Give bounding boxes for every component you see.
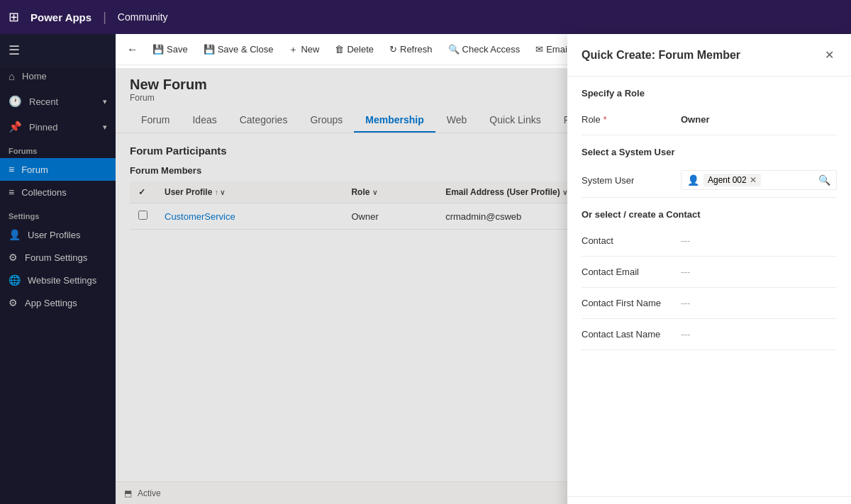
system-user-input[interactable]: 👤 Agent 002 ✕ 🔍 xyxy=(681,170,837,190)
required-indicator: * xyxy=(604,115,607,125)
remove-user-tag-button[interactable]: ✕ xyxy=(750,175,757,185)
waffle-icon[interactable]: ⊞ xyxy=(9,9,19,25)
email-icon: ✉ xyxy=(535,44,543,55)
role-label: Role * xyxy=(582,114,681,125)
search-user-button[interactable]: 🔍 xyxy=(818,174,830,186)
top-navigation: ⊞ Power Apps | Community xyxy=(0,0,851,34)
new-button[interactable]: ＋ New xyxy=(282,39,326,60)
close-button[interactable]: ✕ xyxy=(822,45,837,65)
app-name: Power Apps xyxy=(30,11,91,23)
system-user-field: System User 👤 Agent 002 ✕ 🔍 xyxy=(582,163,837,198)
contact-firstname-value: --- xyxy=(681,298,837,308)
contact-email-value: --- xyxy=(681,267,837,277)
quick-create-panel: Quick Create: Forum Member ✕ Specify a R… xyxy=(567,34,851,504)
quick-create-footer: Save and Close ▾ Cancel xyxy=(567,496,851,504)
contact-email-field: Contact Email --- xyxy=(582,257,837,288)
role-field: Role * Owner xyxy=(582,104,837,135)
save-icon: 💾 xyxy=(152,44,164,55)
quick-create-title: Quick Create: Forum Member xyxy=(582,49,740,62)
contact-lastname-value: --- xyxy=(681,329,837,340)
contact-field: Contact --- xyxy=(582,225,837,257)
role-value: Owner xyxy=(681,114,837,125)
contact-lastname-field: Contact Last Name --- xyxy=(582,319,837,350)
save-button[interactable]: 💾 Save xyxy=(145,40,195,59)
delete-icon: 🗑 xyxy=(335,44,344,55)
contact-email-label: Contact Email xyxy=(582,267,681,277)
user-tag-value: Agent 002 xyxy=(708,175,747,185)
system-user-label: System User xyxy=(582,175,681,186)
nav-divider: | xyxy=(103,10,106,25)
or-contact-title: Or select / create a Contact xyxy=(582,209,837,220)
new-icon: ＋ xyxy=(289,43,298,56)
check-access-icon: 🔍 xyxy=(448,44,460,55)
check-access-button[interactable]: 🔍 Check Access xyxy=(441,40,528,59)
contact-firstname-field: Contact First Name --- xyxy=(582,288,837,319)
nav-section: Community xyxy=(118,11,168,23)
contact-label: Contact xyxy=(582,235,681,246)
save-close-button[interactable]: 💾 Save & Close xyxy=(196,40,281,59)
user-tag: Agent 002 ✕ xyxy=(703,174,761,186)
user-icon: 👤 xyxy=(687,174,699,186)
select-system-user-title: Select a System User xyxy=(582,147,837,157)
save-close-icon: 💾 xyxy=(204,44,215,55)
refresh-button[interactable]: ↻ Refresh xyxy=(382,40,440,59)
contact-value: --- xyxy=(681,235,837,246)
quick-create-header: Quick Create: Forum Member ✕ xyxy=(567,34,851,77)
specify-role-title: Specify a Role xyxy=(582,88,837,99)
delete-button[interactable]: 🗑 Delete xyxy=(328,40,381,59)
dim-overlay xyxy=(0,68,567,504)
contact-firstname-label: Contact First Name xyxy=(582,298,681,308)
refresh-icon: ↻ xyxy=(389,44,397,55)
quick-create-body: Specify a Role Role * Owner Select a Sys… xyxy=(567,77,851,496)
contact-lastname-label: Contact Last Name xyxy=(582,329,681,340)
hamburger-menu[interactable]: ☰ xyxy=(0,37,116,64)
back-button[interactable]: ← xyxy=(121,39,144,60)
